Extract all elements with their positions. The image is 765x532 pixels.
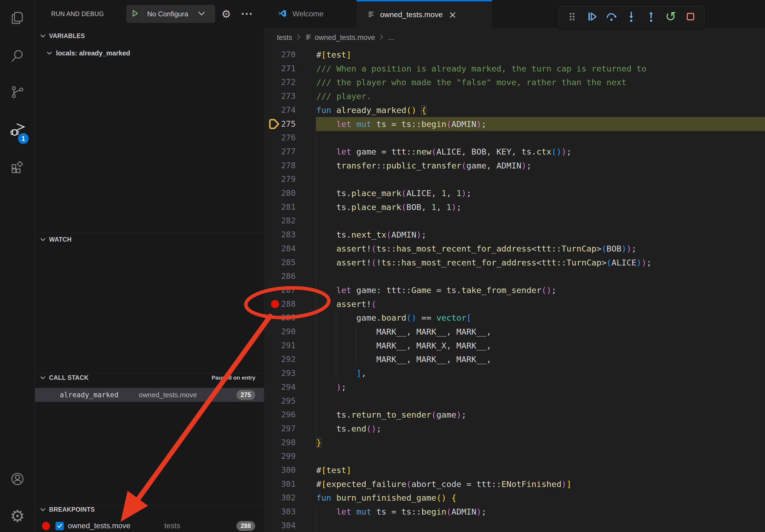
line-number[interactable]: 295 bbox=[264, 394, 296, 408]
code-line: 291 MARK__, MARK_X, MARK__, bbox=[264, 339, 765, 353]
line-number[interactable]: 280 bbox=[264, 186, 296, 200]
breadcrumb-symbol[interactable]: ... bbox=[388, 34, 394, 42]
more-actions-icon[interactable]: ··· bbox=[241, 0, 253, 28]
tab-welcome[interactable]: Welcome bbox=[264, 0, 357, 28]
line-number[interactable]: 299 bbox=[264, 449, 296, 463]
activity-item-extensions[interactable] bbox=[0, 151, 35, 186]
line-number[interactable]: 302 bbox=[264, 491, 296, 505]
close-icon[interactable]: × bbox=[448, 9, 456, 20]
line-number[interactable]: 279 bbox=[264, 172, 296, 186]
files-icon bbox=[10, 10, 25, 27]
line-number[interactable]: 272 bbox=[264, 75, 296, 89]
line-number[interactable]: 277 bbox=[264, 145, 296, 158]
frame-line-badge: 275 bbox=[237, 390, 255, 400]
tab-owned-tests-move[interactable]: owned_tests.move × bbox=[357, 0, 492, 28]
line-number[interactable]: 282 bbox=[264, 214, 296, 228]
line-number[interactable]: 304 bbox=[264, 519, 296, 532]
variables-scope-locals[interactable]: locals: already_marked bbox=[35, 46, 264, 60]
code-line: 293 ], bbox=[264, 366, 765, 380]
breadcrumb-file[interactable]: owned_tests.move bbox=[315, 34, 375, 42]
line-number[interactable]: 301 bbox=[264, 477, 296, 491]
continue-button[interactable] bbox=[582, 8, 602, 25]
frame-file: owned_tests.move bbox=[139, 391, 197, 399]
line-number[interactable]: 294 bbox=[264, 380, 296, 394]
step-over-button[interactable] bbox=[601, 8, 621, 25]
breadcrumb-tests[interactable]: tests bbox=[277, 34, 292, 42]
frame-function: already_marked bbox=[60, 391, 119, 399]
code-text: assert!(ts::has_most_recent_for_address<… bbox=[316, 242, 637, 256]
code-line: 298} bbox=[264, 435, 765, 449]
line-number[interactable]: 298 bbox=[264, 435, 296, 449]
activity-item-source-control[interactable] bbox=[0, 75, 35, 111]
code-editor[interactable]: 270#[test]271/// When a position is alre… bbox=[264, 47, 765, 532]
line-number[interactable]: 290 bbox=[264, 325, 296, 339]
code-line: 273/// player. bbox=[264, 89, 765, 103]
line-number[interactable]: 293 bbox=[264, 366, 296, 380]
line-number[interactable]: 286 bbox=[264, 269, 296, 283]
breakpoint-checkbox[interactable] bbox=[56, 522, 64, 530]
line-number[interactable]: 276 bbox=[264, 131, 296, 145]
line-number[interactable]: 274 bbox=[264, 103, 296, 117]
source-control-icon bbox=[10, 84, 25, 101]
line-number[interactable]: 287 bbox=[264, 283, 296, 297]
activity-item-account[interactable] bbox=[0, 462, 35, 497]
line-number[interactable]: 289 bbox=[264, 311, 296, 325]
drag-grip-icon[interactable] bbox=[562, 8, 582, 25]
line-number[interactable]: 283 bbox=[264, 228, 296, 242]
restart-button[interactable]: ↺ bbox=[661, 8, 681, 25]
section-label: VARIABLES bbox=[49, 32, 85, 40]
line-number[interactable]: 303 bbox=[264, 505, 296, 519]
debug-settings-gear-icon[interactable]: ⚙ bbox=[222, 0, 231, 28]
line-number[interactable]: 273 bbox=[264, 89, 296, 103]
line-number[interactable]: 288 bbox=[264, 297, 296, 311]
stop-button[interactable] bbox=[681, 8, 700, 25]
debug-config-label: No Configura bbox=[143, 10, 200, 18]
chevron-down-icon bbox=[198, 11, 205, 17]
code-text: MARK__, MARK__, MARK__, bbox=[316, 352, 491, 366]
code-line: 271/// When a position is already marked… bbox=[264, 62, 765, 76]
line-number[interactable]: 297 bbox=[264, 421, 296, 435]
line-number[interactable]: 292 bbox=[264, 352, 296, 366]
code-line: 281 ts.place_mark(BOB, 1, 1); bbox=[264, 200, 765, 214]
step-out-button[interactable] bbox=[641, 8, 661, 25]
code-text: let mut ts = ts::begin(ADMIN); bbox=[316, 117, 486, 131]
breakpoint-item[interactable]: owned_tests.move tests 288 bbox=[35, 519, 264, 532]
code-text: #[test] bbox=[316, 463, 352, 477]
activity-item-settings[interactable]: ⚙ bbox=[0, 498, 35, 532]
code-text: ts.place_mark(BOB, 1, 1); bbox=[316, 200, 461, 214]
line-number[interactable]: 275 bbox=[264, 117, 296, 131]
chevron-down-icon bbox=[40, 34, 46, 38]
debug-config-dropdown[interactable]: No Configura bbox=[127, 5, 215, 23]
line-number[interactable]: 291 bbox=[264, 339, 296, 353]
code-line: 270#[test] bbox=[264, 48, 765, 62]
line-number[interactable]: 270 bbox=[264, 48, 296, 62]
call-stack-frame[interactable]: already_marked owned_tests.move 275 bbox=[35, 388, 264, 402]
line-number[interactable]: 284 bbox=[264, 242, 296, 256]
line-number[interactable]: 271 bbox=[264, 62, 296, 76]
activity-item-explorer[interactable] bbox=[0, 1, 35, 36]
start-debug-button[interactable] bbox=[127, 5, 143, 23]
code-line: 304 bbox=[264, 519, 765, 532]
line-number[interactable]: 300 bbox=[264, 463, 296, 477]
code-line: 297 ts.end(); bbox=[264, 421, 765, 435]
activity-item-run-and-debug[interactable]: 1 bbox=[0, 113, 35, 148]
line-number[interactable]: 296 bbox=[264, 408, 296, 421]
code-text: ); bbox=[316, 380, 346, 394]
line-number[interactable]: 278 bbox=[264, 158, 296, 172]
section-variables[interactable]: VARIABLES bbox=[35, 30, 264, 42]
code-text: /// When a position is already marked, t… bbox=[316, 62, 646, 76]
section-watch[interactable]: WATCH bbox=[35, 234, 264, 245]
code-text: #[expected_failure(abort_code = ttt::ENo… bbox=[316, 477, 571, 491]
line-number[interactable]: 285 bbox=[264, 256, 296, 269]
section-breakpoints[interactable]: BREAKPOINTS bbox=[35, 504, 264, 515]
move-file-icon bbox=[367, 10, 375, 19]
code-text: let mut ts = ts::begin(ADMIN); bbox=[316, 505, 486, 519]
line-number[interactable]: 281 bbox=[264, 200, 296, 214]
section-call-stack[interactable]: CALL STACK Paused on entry bbox=[35, 372, 264, 384]
code-text: /// player. bbox=[316, 89, 371, 103]
step-into-button[interactable] bbox=[621, 8, 641, 25]
activity-item-search[interactable] bbox=[0, 39, 35, 74]
sidebar-title: RUN AND DEBUG bbox=[51, 0, 104, 28]
code-text: ts.place_mark(ALICE, 1, 1); bbox=[316, 186, 471, 200]
vscode-logo-icon bbox=[278, 9, 287, 19]
